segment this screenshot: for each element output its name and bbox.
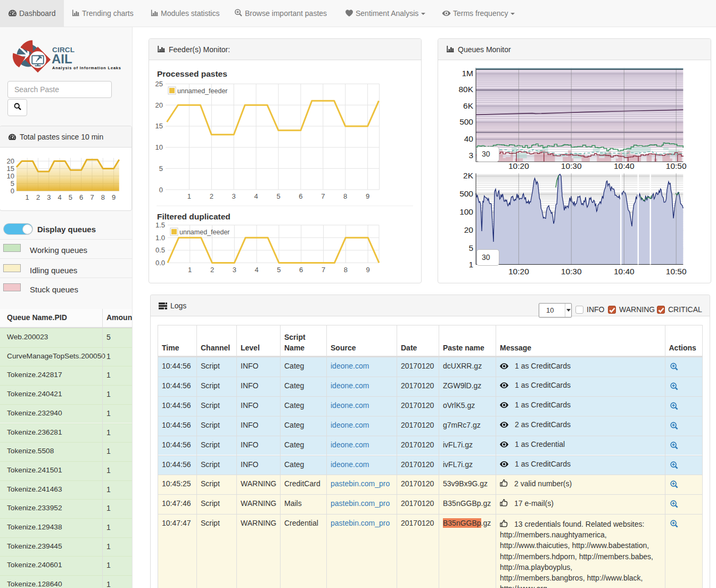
svg-text:15: 15 bbox=[155, 122, 163, 130]
svg-text:3: 3 bbox=[468, 151, 473, 160]
svg-text:10:50: 10:50 bbox=[666, 161, 687, 170]
svg-text:3: 3 bbox=[47, 193, 51, 201]
svg-text:3: 3 bbox=[232, 192, 236, 200]
svg-text:80K: 80K bbox=[458, 85, 473, 94]
svg-text:3: 3 bbox=[233, 266, 236, 274]
svg-text:9: 9 bbox=[112, 193, 116, 201]
svg-text:8: 8 bbox=[343, 192, 347, 200]
svg-text:0: 0 bbox=[11, 187, 14, 195]
svg-text:10:20: 10:20 bbox=[508, 161, 529, 170]
svg-text:8: 8 bbox=[344, 266, 348, 274]
svg-text:20: 20 bbox=[155, 101, 163, 109]
svg-text:2: 2 bbox=[210, 192, 213, 200]
svg-text:10:50: 10:50 bbox=[666, 267, 687, 276]
svg-text:7: 7 bbox=[321, 192, 325, 200]
svg-text:500: 500 bbox=[459, 189, 473, 198]
svg-text:1: 1 bbox=[468, 260, 473, 269]
svg-text:100: 100 bbox=[459, 207, 473, 216]
svg-text:10: 10 bbox=[155, 143, 163, 151]
svg-text:5: 5 bbox=[69, 193, 72, 201]
svg-text:Analysis of Information Leaks: Analysis of Information Leaks bbox=[52, 66, 121, 70]
svg-text:unnamed_feeder: unnamed_feeder bbox=[179, 228, 230, 236]
svg-text:2K: 2K bbox=[463, 171, 474, 180]
svg-text:5: 5 bbox=[11, 179, 14, 187]
svg-text:20: 20 bbox=[464, 225, 474, 234]
svg-text:4: 4 bbox=[57, 193, 61, 201]
svg-text:10:30: 10:30 bbox=[561, 267, 582, 276]
svg-text:5: 5 bbox=[276, 192, 280, 200]
svg-text:15: 15 bbox=[7, 165, 14, 173]
svg-text:0.5: 0.5 bbox=[155, 246, 165, 254]
svg-text:1M: 1M bbox=[462, 69, 473, 78]
svg-text:9: 9 bbox=[366, 266, 369, 274]
svg-text:10: 10 bbox=[7, 172, 14, 180]
svg-text:0.0: 0.0 bbox=[155, 259, 165, 267]
svg-text:10:20: 10:20 bbox=[508, 267, 529, 276]
svg-text:25: 25 bbox=[155, 80, 163, 88]
svg-text:6: 6 bbox=[299, 192, 302, 200]
svg-text:8: 8 bbox=[101, 193, 105, 201]
svg-text:6K: 6K bbox=[463, 101, 474, 110]
svg-text:7: 7 bbox=[90, 193, 94, 201]
svg-text:unnamed_feeder: unnamed_feeder bbox=[177, 87, 228, 95]
svg-text:2: 2 bbox=[36, 193, 40, 201]
svg-text:6: 6 bbox=[79, 193, 83, 201]
svg-text:1.0: 1.0 bbox=[155, 234, 165, 242]
svg-text:4: 4 bbox=[254, 192, 258, 200]
svg-text:5: 5 bbox=[159, 165, 163, 173]
svg-text:1: 1 bbox=[187, 192, 191, 200]
svg-text:5: 5 bbox=[468, 243, 473, 252]
svg-text:4: 4 bbox=[254, 266, 258, 274]
svg-text:2: 2 bbox=[210, 266, 214, 274]
svg-text:AIL: AIL bbox=[52, 52, 72, 66]
svg-text:0: 0 bbox=[159, 186, 163, 194]
svg-text:6: 6 bbox=[299, 266, 303, 274]
svg-text:5: 5 bbox=[277, 266, 281, 274]
svg-text:9: 9 bbox=[366, 192, 369, 200]
svg-text:40: 40 bbox=[464, 134, 474, 143]
svg-text:1.5: 1.5 bbox=[155, 221, 165, 229]
svg-text:500: 500 bbox=[459, 117, 473, 126]
svg-text:20: 20 bbox=[7, 157, 14, 165]
svg-text:1: 1 bbox=[188, 266, 192, 274]
svg-text:10:30: 10:30 bbox=[561, 161, 582, 170]
svg-text:10:40: 10:40 bbox=[614, 161, 635, 170]
svg-text:7: 7 bbox=[322, 266, 325, 274]
svg-text:1: 1 bbox=[26, 193, 29, 201]
svg-text:10:40: 10:40 bbox=[614, 267, 635, 276]
